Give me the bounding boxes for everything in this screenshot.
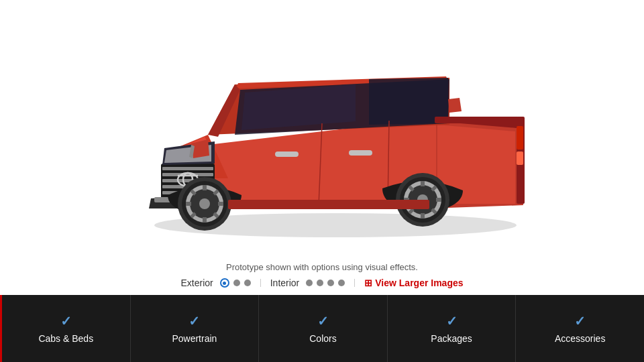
interior-dot-3[interactable]: [327, 280, 334, 286]
interior-dot-2[interactable]: [317, 280, 323, 286]
svg-rect-15: [349, 150, 372, 156]
main-content: Prototype shown with options using visua…: [0, 0, 644, 295]
svg-rect-42: [228, 200, 429, 209]
exterior-label: Exterior: [180, 278, 213, 288]
color-selector-row: Exterior Interior ⊞ View Larger Images: [180, 278, 463, 288]
bottom-nav: ✓ Cabs & Beds ✓ Powertrain ✓ Colors ✓ Pa…: [0, 295, 644, 362]
check-icon-accessories: ✓: [574, 313, 586, 329]
nav-label-colors: Colors: [309, 333, 336, 344]
nav-label-accessories: Accessories: [555, 333, 605, 344]
nav-item-packages[interactable]: ✓ Packages: [388, 295, 517, 362]
svg-rect-2: [162, 167, 213, 170]
svg-rect-14: [275, 152, 299, 157]
check-icon-cabs-beds: ✓: [60, 313, 72, 329]
prototype-text: Prototype shown with options using visua…: [226, 262, 418, 272]
separator-1: [260, 279, 261, 287]
exterior-dot-1[interactable]: [220, 278, 229, 288]
check-icon-packages: ✓: [446, 313, 458, 329]
interior-label: Interior: [270, 278, 300, 288]
view-larger-link[interactable]: ⊞ View Larger Images: [364, 278, 463, 288]
view-larger-text: View Larger Images: [375, 278, 463, 288]
svg-rect-46: [517, 152, 523, 165]
separator-2: [354, 279, 355, 287]
svg-rect-43: [435, 117, 519, 123]
exterior-dot-3[interactable]: [244, 280, 251, 286]
interior-dot-1[interactable]: [306, 280, 313, 286]
svg-rect-45: [517, 126, 523, 149]
svg-point-20: [199, 198, 210, 209]
car-image: [87, 14, 557, 249]
nav-label-powertrain: Powertrain: [172, 333, 217, 344]
nav-label-packages: Packages: [431, 333, 472, 344]
nav-label-cabs-beds: Cabs & Beds: [38, 333, 93, 344]
check-icon-colors: ✓: [317, 313, 329, 329]
exterior-dots: [220, 278, 251, 288]
interior-dot-4[interactable]: [338, 280, 345, 286]
interior-dots: [306, 280, 345, 286]
nav-item-powertrain[interactable]: ✓ Powertrain: [131, 295, 260, 362]
nav-item-colors[interactable]: ✓ Colors: [259, 295, 388, 362]
car-image-container: [0, 0, 644, 262]
nav-item-cabs-beds[interactable]: ✓ Cabs & Beds: [0, 295, 131, 362]
expand-icon: ⊞: [364, 278, 372, 288]
nav-item-accessories[interactable]: ✓ Accessories: [516, 295, 644, 362]
check-icon-powertrain: ✓: [189, 313, 200, 329]
exterior-dot-2[interactable]: [233, 280, 240, 286]
